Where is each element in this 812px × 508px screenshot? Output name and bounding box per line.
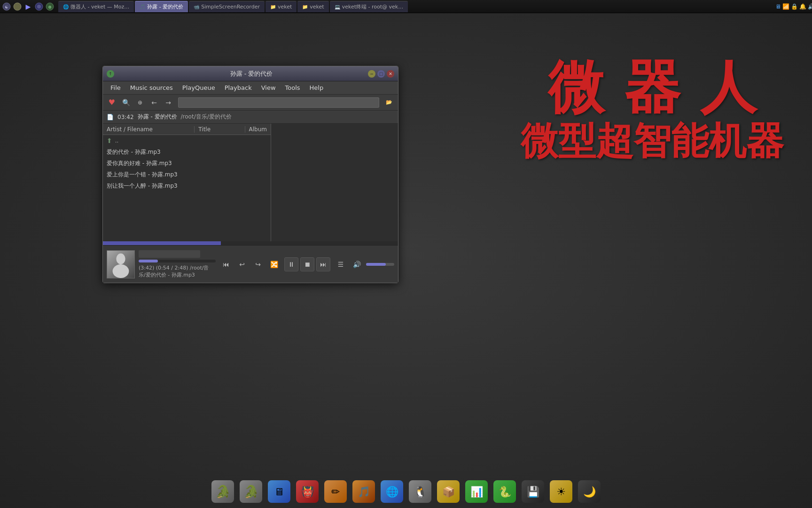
dock-item-5[interactable]: 🎵 [351,478,377,505]
dock-item-12[interactable]: ☀️ [548,478,574,505]
window-maximize-btn[interactable]: □ [377,70,385,78]
now-playing-time: 03:42 [117,114,134,120]
menu-playqueue[interactable]: PlayQueue [179,83,219,93]
svg-point-4 [37,5,41,8]
col-album-header[interactable]: Album [245,126,271,133]
sys-icon-4[interactable] [34,2,44,11]
tab-mozwebkit[interactable]: 🌐 微器人 - veket — Moz… [58,1,134,12]
forward-btn[interactable]: → [162,96,174,109]
queue-btn[interactable]: ☰ [334,258,347,271]
now-playing-path: /root/音乐/爱的代价 [181,113,232,121]
dock-icon-7: 🐧 [409,480,431,503]
album-art-inner [107,251,134,278]
dock-icon-0: 🐊 [211,480,234,503]
menu-tools[interactable]: Tools [281,83,304,93]
sys-icon-3[interactable]: ▶ [23,2,33,11]
favorite-btn[interactable]: ♥ [106,96,118,109]
track-time: (3:42) (0:54 / 2:48) /root/音乐/爱的代价 - 孙露.… [139,264,216,278]
menu-help[interactable]: Help [306,83,328,93]
transport-controls: ⏮ ↩ ↪ 🔀 [219,258,281,271]
dock-item-11[interactable]: 💾 [520,478,546,505]
track-progress-bar[interactable] [139,260,216,262]
sys-icon-1[interactable]: ☯ [2,2,11,11]
right-controls: ☰ 🔊 [334,258,394,271]
list-item-2[interactable]: 爱上你是一个错 - 孙露.mp3 [103,169,271,180]
now-playing-artist: 孙露 - 爱的代价 [138,113,177,121]
volume-slider[interactable] [366,263,394,266]
play-pause-btn-right[interactable]: ⏭ [316,257,330,271]
tab-folder1[interactable]: 📁 veket [265,1,297,12]
watermark-line1: 微 器 人 [521,56,784,119]
system-tray: 🖥 📶 🔒 🔔 🔊 ⌨ 🔋 [796,2,812,11]
menu-file[interactable]: File [107,83,125,93]
volume-fill [366,263,386,266]
dock-icon-5: 🎵 [352,480,375,503]
taskbar-bottom: 🐊 🐊 🖥 👹 ✏️ 🎵 🌐 🐧 📦 📊 🐍 [0,475,812,508]
open-file-btn[interactable]: 📂 [383,96,395,109]
window-titlebar: ↑ 孙露 - 爱的代价 − □ ✕ [103,66,398,81]
play-btn-area: ⏸ ⏹ ⏭ [284,257,330,271]
menu-playback[interactable]: Playback [221,83,256,93]
toolbar: ♥ 🔍 ⊕ ← → 📂 [103,95,398,111]
tab-folder2[interactable]: 📁 veket [297,1,328,12]
back-btn[interactable]: ← [148,96,160,109]
dock-item-2[interactable]: 🖥 [266,478,292,505]
browse-btn[interactable]: ⊕ [134,96,146,109]
volume-btn[interactable]: 🔊 [350,258,363,271]
dock-item-1[interactable]: 🐊 [238,478,264,505]
watermark-line2: 微型超智能机器 [521,119,784,164]
player-info: (3:42) (0:54 / 2:48) /root/音乐/爱的代价 - 孙露.… [139,250,216,278]
main-area: Artist / Filename Title Album ⬆ .. 爱的代价 … [103,124,398,241]
dock-item-8[interactable]: 📦 [435,478,461,505]
svg-point-10 [113,264,129,278]
play-pause-btn-center[interactable]: ⏹ [300,257,314,271]
list-item-3[interactable]: 别让我一个人醉 - 孙露.mp3 [103,180,271,191]
dock-icon-2: 🖥 [268,480,290,503]
dock-icon-12: ☀️ [550,480,572,503]
dock-item-10[interactable]: 🐍 [492,478,518,505]
play-pause-btn-left[interactable]: ⏸ [284,257,298,271]
tab-player[interactable]: 🎵 孙露 - 爱的代价 [135,1,188,12]
seek-bar[interactable] [103,241,398,245]
search-input[interactable] [178,97,379,108]
svg-point-2 [14,3,21,10]
tab-screenrecorder[interactable]: 📹 SimpleScreenRecorder [189,1,265,12]
dock-item-13[interactable]: 🌙 [576,478,602,505]
svg-point-9 [116,253,125,264]
list-item-1[interactable]: 爱你真的好难 - 孙露.mp3 [103,158,271,169]
sys-icon-5[interactable]: ⚙ [45,2,55,11]
svg-text:⚙: ⚙ [48,5,51,9]
col-artist-header[interactable]: Artist / Filename [103,126,195,133]
dock-icon-4: ✏️ [324,480,347,503]
dock-icon-11: 💾 [522,480,544,503]
prev-btn[interactable]: ⏮ [219,258,233,271]
window-minimize-btn[interactable]: − [368,70,375,78]
system-icons: ☯ ▶ ⚙ [0,2,56,11]
sys-icon-2[interactable] [13,2,22,11]
col-title-header[interactable]: Title [195,126,245,133]
dock-item-6[interactable]: 🌐 [379,478,405,505]
tray-icons-group: 🖥 📶 🔒 🔔 🔊 ⌨ 🔋 [800,2,808,11]
dock-item-9[interactable]: 📊 [463,478,490,505]
window-close-btn[interactable]: ✕ [387,70,394,78]
svg-text:☯: ☯ [5,5,8,9]
loop-back-btn[interactable]: ↩ [235,258,249,271]
tab-terminal[interactable]: 💻 veket终端 - root@ vek… [330,1,408,12]
loop-fwd-btn[interactable]: ↪ [251,258,265,271]
status-bar-top: 📄 03:42 孙露 - 爱的代价 /root/音乐/爱的代价 [103,111,398,124]
parent-dir-icon: ⬆ [107,137,112,144]
dock-item-4[interactable]: ✏️ [322,478,349,505]
dock-icon-9: 📊 [465,480,488,503]
search-btn[interactable]: 🔍 [120,96,132,109]
dock-item-0[interactable]: 🐊 [210,478,236,505]
menu-music-sources[interactable]: Music sources [126,83,177,93]
list-item-parent[interactable]: ⬆ .. [103,135,271,146]
menu-view[interactable]: View [258,83,280,93]
shuffle-btn[interactable]: 🔀 [267,258,281,271]
dock-icon-8: 📦 [437,480,460,503]
dock-item-7[interactable]: 🐧 [407,478,433,505]
dock-item-3[interactable]: 👹 [294,478,320,505]
status-file-icon: 📄 [107,114,114,120]
window-btn-restore[interactable]: ↑ [107,70,114,78]
list-item-0[interactable]: 爱的代价 - 孙露.mp3 [103,146,271,158]
